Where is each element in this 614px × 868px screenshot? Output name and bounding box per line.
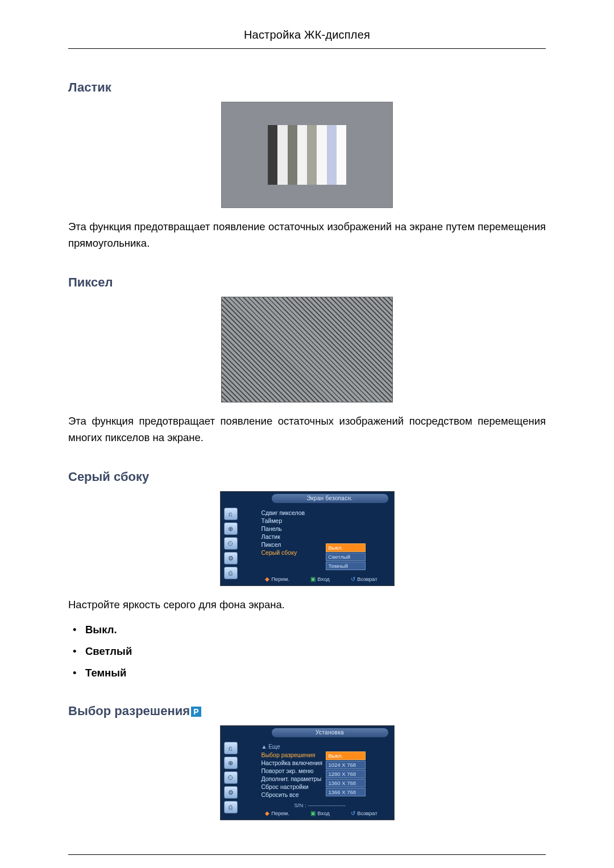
return-icon: ↺ <box>351 810 355 816</box>
sidegray-options: Выкл.СветлыйТемный <box>68 623 546 680</box>
bar <box>317 125 326 185</box>
figure-eraser <box>68 102 546 208</box>
bar <box>297 125 307 185</box>
osd-menu-item: Дополнит. параметры <box>262 775 322 783</box>
option-item: Выкл. <box>85 623 546 637</box>
return-icon: ↺ <box>351 576 355 582</box>
osd-values: Выкл.1024 X 7681280 X 7681360 X 7681366 … <box>326 751 366 797</box>
osd-icons: ⎌⊕⏲⚙⎙ <box>224 505 240 582</box>
osd-menu-item: Сдвиг пикселов <box>262 509 305 517</box>
bar <box>307 125 317 185</box>
heading-sidegray: Серый сбоку <box>68 470 546 484</box>
osd-value-option: Выкл. <box>326 543 366 552</box>
osd-tab-icon: ⎌ <box>224 508 238 520</box>
osd-values: Выкл.СветлыйТемный <box>326 543 366 571</box>
osd-title: Установка <box>272 728 388 737</box>
osd-resolution: Установка ⎌⊕⏲⚙⎙ ▲ ЕщеВыбор разрешенияНас… <box>220 725 395 820</box>
osd-tab-icon: ⏲ <box>224 537 238 550</box>
bar <box>268 125 277 185</box>
osd-footer-move-label: Перем. <box>271 810 289 816</box>
osd-footer-move-label: Перем. <box>271 576 289 582</box>
pixel-text: Эта функция предотвращает появление оста… <box>68 413 546 446</box>
osd-footer-enter: ▣ Вход <box>310 810 330 816</box>
osd-icons: ⎌⊕⏲⚙⎙ <box>224 740 240 816</box>
eraser-text: Эта функция предотвращает появление оста… <box>68 218 546 251</box>
page-header: Настройка ЖК-дисплея <box>68 28 546 49</box>
bar <box>288 125 297 185</box>
page: Настройка ЖК-дисплея Ластик Эта функция … <box>0 0 614 868</box>
osd-value-option: 1360 X 768 <box>326 779 366 787</box>
heading-eraser: Ластик <box>68 80 546 95</box>
osd-footer-return-label: Возврат <box>357 810 377 816</box>
osd-footer: ◆ Перем. ▣ Вход ↺ Возврат <box>255 808 388 819</box>
osd-tab-icon: ⚙ <box>224 786 238 799</box>
option-item: Светлый <box>85 645 546 658</box>
option-item: Темный <box>85 666 546 680</box>
osd-menu-item: Сбросить все <box>262 791 322 799</box>
eraser-preview <box>221 102 393 208</box>
osd-menu-item: Панель <box>262 525 305 533</box>
osd-footer-move: ◆ Перем. <box>265 810 289 816</box>
osd-sidegray: Экран безопасн. ⎌⊕⏲⚙⎙ Сдвиг пикселовТайм… <box>220 491 395 586</box>
figure-osd-sidegray: Экран безопасн. ⎌⊕⏲⚙⎙ Сдвиг пикселовТайм… <box>68 491 546 586</box>
pc-mode-badge: P <box>191 707 201 717</box>
footer-rule <box>68 854 546 855</box>
enter-icon: ▣ <box>310 810 316 816</box>
osd-footer-enter-label: Вход <box>317 576 330 582</box>
osd-value-option: Выкл. <box>326 751 366 760</box>
figure-pixel <box>68 297 546 402</box>
osd-menu-item: Поворот экр. меню <box>262 767 322 775</box>
osd-footer-return-label: Возврат <box>357 576 377 582</box>
diamond-icon: ◆ <box>265 576 269 582</box>
osd-tab-icon: ⎙ <box>224 801 238 813</box>
osd-menu-item: Пиксел <box>262 541 305 549</box>
osd-footer-return: ↺ Возврат <box>351 810 377 816</box>
osd-menu: ▲ ЕщеВыбор разрешенияНастройка включения… <box>262 743 322 799</box>
osd-menu-item: Таймер <box>262 517 305 525</box>
osd-value-option: 1024 X 768 <box>326 761 366 769</box>
osd-footer: ◆ Перем. ▣ Вход ↺ Возврат <box>255 574 388 584</box>
bar <box>337 125 346 185</box>
osd-value-option: Светлый <box>326 553 366 561</box>
osd-value-option: 1280 X 768 <box>326 770 366 778</box>
osd-menu-item: Настройка включения <box>262 759 322 767</box>
osd-footer-enter-label: Вход <box>317 810 330 816</box>
osd-tab-icon: ⎌ <box>224 742 238 754</box>
osd-footer-enter: ▣ Вход <box>310 576 330 582</box>
bar <box>327 125 337 185</box>
eraser-bars <box>268 125 346 185</box>
osd-tab-icon: ⊕ <box>224 522 238 535</box>
osd-menu-item: Ластик <box>262 533 305 541</box>
heading-resolution-text: Выбор разрешения <box>68 704 190 718</box>
osd-menu-item: Сброс настройки <box>262 783 322 791</box>
osd-menu-item: Серый сбоку <box>262 549 305 556</box>
heading-resolution: Выбор разрешенияP <box>68 704 546 719</box>
osd-value-option: 1366 X 768 <box>326 788 366 796</box>
pixel-preview <box>221 297 393 402</box>
osd-tab-icon: ⏲ <box>224 771 238 784</box>
osd-menu-item: Выбор разрешения <box>262 751 322 759</box>
osd-footer-move: ◆ Перем. <box>265 576 289 582</box>
figure-osd-resolution: Установка ⎌⊕⏲⚙⎙ ▲ ЕщеВыбор разрешенияНас… <box>68 725 546 820</box>
heading-pixel: Пиксел <box>68 275 546 290</box>
osd-tab-icon: ⎙ <box>224 567 238 579</box>
osd-tab-icon: ⊕ <box>224 757 238 769</box>
diamond-icon: ◆ <box>265 810 269 816</box>
osd-tab-icon: ⚙ <box>224 552 238 564</box>
osd-menu: Сдвиг пикселовТаймерПанельЛастикПикселСе… <box>262 509 305 556</box>
osd-value-option: Темный <box>326 562 366 570</box>
osd-title: Экран безопасн. <box>272 494 388 503</box>
osd-more: ▲ Еще <box>262 743 322 751</box>
bar <box>277 125 287 185</box>
osd-footer-return: ↺ Возврат <box>351 576 377 582</box>
sidegray-intro: Настройте яркость серого для фона экрана… <box>68 596 546 613</box>
enter-icon: ▣ <box>310 576 316 582</box>
